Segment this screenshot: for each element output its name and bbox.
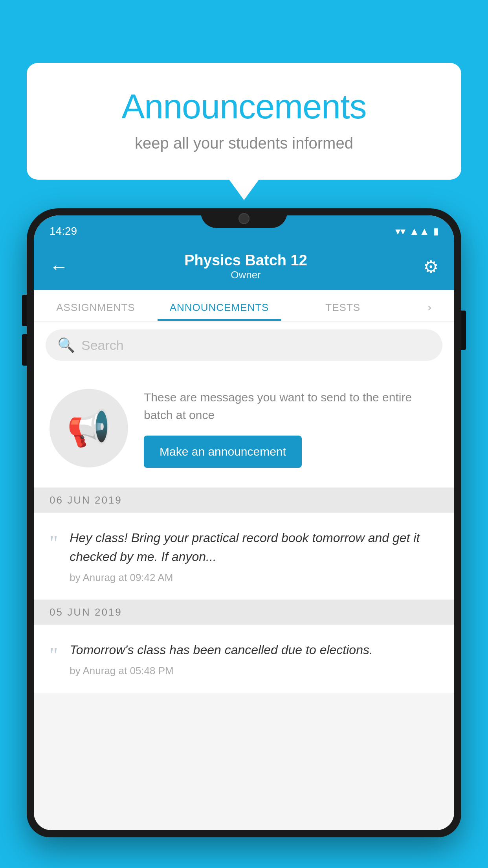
announcement-item-1[interactable]: " Hey class! Bring your practical record… [34,513,454,600]
volume-down-button [22,334,27,366]
status-time: 14:29 [50,225,77,237]
settings-icon[interactable]: ⚙ [423,257,438,277]
batch-role: Owner [184,269,307,281]
speech-bubble: Announcements keep all your students inf… [27,63,461,180]
volume-up-button [22,295,27,326]
back-button[interactable]: ← [50,256,68,278]
announcement-text-1: Hey class! Bring your practical record b… [70,528,438,566]
tab-assignments[interactable]: ASSIGNMENTS [34,302,158,321]
announcement-content-2: Tomorrow's class has been cancelled due … [70,640,438,677]
search-bar[interactable]: 🔍 Search [46,329,442,361]
megaphone-icon: 📢 [67,408,111,449]
signal-icon: ▲▲ [409,225,429,237]
status-icons: ▾▾ ▲▲ ▮ [395,225,438,237]
search-input[interactable]: Search [81,338,124,353]
header-title-block: Physics Batch 12 Owner [184,252,307,281]
announce-description: These are messages you want to send to t… [144,388,438,424]
app-header: ← Physics Batch 12 Owner ⚙ [34,243,454,290]
announcement-meta-1: by Anurag at 09:42 AM [70,572,438,584]
camera [238,213,250,224]
tab-more[interactable]: › [405,301,454,321]
announcement-content-1: Hey class! Bring your practical record b… [70,528,438,584]
announce-right: These are messages you want to send to t… [144,388,438,468]
search-icon: 🔍 [57,337,75,353]
megaphone-circle: 📢 [50,389,128,467]
announcement-item-2[interactable]: " Tomorrow's class has been cancelled du… [34,625,454,693]
power-button [461,311,466,350]
announcement-text-2: Tomorrow's class has been cancelled due … [70,640,438,659]
announcement-prompt: 📢 These are messages you want to send to… [34,369,454,488]
tabs-bar: ASSIGNMENTS ANNOUNCEMENTS TESTS › [34,290,454,322]
phone-screen: 14:29 ▾▾ ▲▲ ▮ ← Physics Batch 12 Owner ⚙ [34,215,454,830]
wifi-icon: ▾▾ [395,225,405,237]
tab-announcements[interactable]: ANNOUNCEMENTS [158,302,281,321]
quote-icon-1: " [50,531,58,584]
announcement-meta-2: by Anurag at 05:48 PM [70,665,438,677]
phone-container: 14:29 ▾▾ ▲▲ ▮ ← Physics Batch 12 Owner ⚙ [27,208,461,868]
batch-title: Physics Batch 12 [184,252,307,269]
search-container: 🔍 Search [34,322,454,369]
date-separator-1: 06 JUN 2019 [34,488,454,513]
date-separator-2: 05 JUN 2019 [34,600,454,625]
battery-icon: ▮ [433,226,438,237]
quote-icon-2: " [50,644,58,677]
bubble-subtitle: keep all your students informed [58,134,430,152]
make-announcement-button[interactable]: Make an announcement [144,436,302,468]
tab-tests[interactable]: TESTS [281,302,405,321]
phone-notch [201,208,287,228]
phone-outer: 14:29 ▾▾ ▲▲ ▮ ← Physics Batch 12 Owner ⚙ [27,208,461,837]
bubble-title: Announcements [58,86,430,127]
speech-bubble-container: Announcements keep all your students inf… [27,63,461,180]
